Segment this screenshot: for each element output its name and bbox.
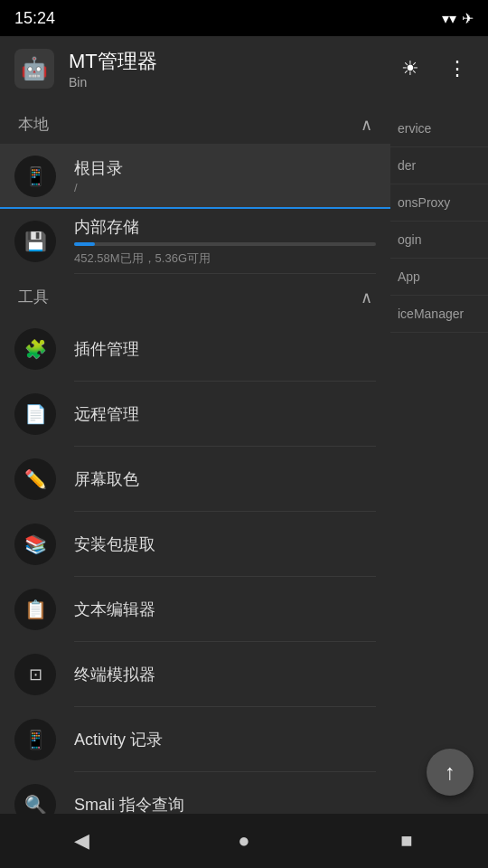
smali-content: Smali 指令查询 <box>74 772 376 814</box>
texteditor-content: 文本编辑器 <box>74 577 376 642</box>
plugin-icon: 🧩 <box>14 328 56 370</box>
right-item: ervice <box>390 110 488 147</box>
tool-section-header: 工具 ∧ <box>0 274 390 316</box>
local-section-title: 本地 <box>18 114 49 135</box>
menu-item-colorpicker[interactable]: ✏️ 屏幕取色 <box>0 447 390 512</box>
recent-button[interactable]: ■ <box>380 814 434 868</box>
root-icon: 📱 <box>14 156 56 197</box>
status-time: 15:24 <box>14 9 55 28</box>
terminal-label: 终端模拟器 <box>74 664 376 685</box>
more-icon: ⋮ <box>447 57 467 80</box>
app-bar-actions: ☀ ⋮ <box>394 52 474 85</box>
colorpicker-label: 屏幕取色 <box>74 468 376 490</box>
local-chevron-icon[interactable]: ∧ <box>361 115 372 135</box>
activity-content: Activity 记录 <box>74 707 376 772</box>
colorpicker-content: 屏幕取色 <box>74 447 376 512</box>
right-item: der <box>390 147 488 184</box>
remote-label: 远程管理 <box>74 403 376 425</box>
app-icon: 🤖 <box>14 49 54 89</box>
brightness-button[interactable]: ☀ <box>394 52 427 85</box>
right-item: App <box>390 259 488 296</box>
smali-icon: 🔍 <box>14 784 56 814</box>
menu-item-root[interactable]: 📱 根目录 / <box>0 144 390 209</box>
more-options-button[interactable]: ⋮ <box>441 52 474 85</box>
terminal-content: 终端模拟器 <box>74 642 376 707</box>
brightness-icon: ☀ <box>401 57 419 80</box>
app-subtitle: Bin <box>69 75 380 90</box>
wifi-icon: ▾▾ <box>442 10 456 27</box>
android-icon: 🤖 <box>21 56 48 81</box>
right-item: iceManager <box>390 296 488 333</box>
menu-item-internal[interactable]: 💾 内部存储 452.58M已用，5.36G可用 <box>0 209 390 274</box>
tool-section-title: 工具 <box>18 287 49 307</box>
home-icon: ● <box>238 829 249 853</box>
app-bar: 🤖 MT管理器 Bin ☀ ⋮ <box>0 36 488 101</box>
storage-progress-fill <box>74 242 95 246</box>
root-sub: / <box>74 181 376 194</box>
apkextract-content: 安装包提取 <box>74 512 376 577</box>
back-icon: ◀ <box>74 829 89 853</box>
status-icons: ▾▾ ✈ <box>442 10 474 27</box>
home-button[interactable]: ● <box>217 814 271 868</box>
root-label: 根目录 <box>74 157 376 179</box>
root-content: 根目录 / <box>74 144 376 209</box>
activity-icon: 📱 <box>14 719 56 760</box>
remote-icon: 📄 <box>14 393 56 435</box>
right-item: ogin <box>390 222 488 259</box>
menu-item-apkextract[interactable]: 📚 安装包提取 <box>0 512 390 577</box>
tool-chevron-icon[interactable]: ∧ <box>361 288 372 307</box>
texteditor-icon: 📋 <box>14 589 56 630</box>
recent-icon: ■ <box>400 829 412 853</box>
internal-sub: 452.58M已用，5.36G可用 <box>74 250 376 267</box>
menu-item-terminal[interactable]: ⊡ 终端模拟器 <box>0 642 390 707</box>
status-bar: 15:24 ▾▾ ✈ <box>0 0 488 36</box>
plugin-content: 插件管理 <box>74 316 376 382</box>
app-title-block: MT管理器 Bin <box>69 48 380 90</box>
menu-item-smali[interactable]: 🔍 Smali 指令查询 <box>0 772 390 814</box>
remote-content: 远程管理 <box>74 382 376 447</box>
menu-item-plugin[interactable]: 🧩 插件管理 <box>0 316 390 382</box>
internal-content: 内部存储 452.58M已用，5.36G可用 <box>74 209 376 274</box>
terminal-icon: ⊡ <box>14 654 56 695</box>
menu-item-activity[interactable]: 📱 Activity 记录 <box>0 707 390 772</box>
right-panel: ervice der onsProxy ogin App iceManager <box>390 101 488 814</box>
apkextract-icon: 📚 <box>14 524 56 565</box>
texteditor-label: 文本编辑器 <box>74 599 376 620</box>
app-title: MT管理器 <box>69 48 380 75</box>
nav-bar: ◀ ● ■ <box>0 814 488 868</box>
apkextract-label: 安装包提取 <box>74 533 376 555</box>
drawer: 本地 ∧ 📱 根目录 / 💾 内部存储 452.58M已用，5.36G可用 工具… <box>0 101 390 814</box>
menu-item-texteditor[interactable]: 📋 文本编辑器 <box>0 577 390 642</box>
storage-icon: 💾 <box>14 221 56 262</box>
plugin-label: 插件管理 <box>74 338 376 360</box>
colorpicker-icon: ✏️ <box>14 458 56 500</box>
storage-progress-container <box>74 242 376 246</box>
fab-icon: ↑ <box>445 760 455 785</box>
local-section-header: 本地 ∧ <box>0 101 390 144</box>
right-item: onsProxy <box>390 184 488 222</box>
menu-item-remote[interactable]: 📄 远程管理 <box>0 382 390 447</box>
back-button[interactable]: ◀ <box>54 814 108 868</box>
smali-label: Smali 指令查询 <box>74 794 376 814</box>
internal-label: 内部存储 <box>74 216 376 238</box>
airplane-icon: ✈ <box>462 10 474 27</box>
fab-button[interactable]: ↑ <box>427 749 474 796</box>
activity-label: Activity 记录 <box>74 729 376 750</box>
